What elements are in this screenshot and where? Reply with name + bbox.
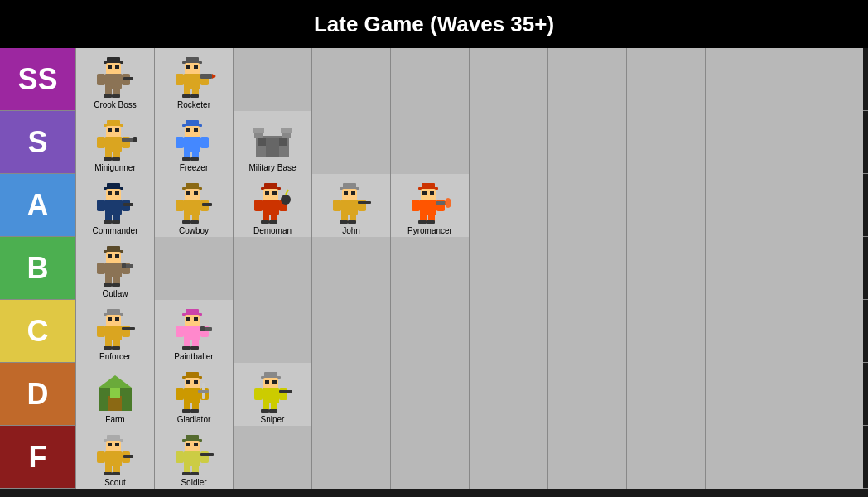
- svg-rect-212: [123, 455, 133, 458]
- svg-rect-219: [176, 451, 184, 463]
- character-name: Scout: [104, 478, 126, 487]
- svg-rect-91: [272, 191, 277, 195]
- tier-cell: [627, 426, 706, 489]
- tier-cell: [155, 237, 234, 300]
- svg-rect-206: [97, 451, 105, 463]
- svg-rect-52: [190, 157, 199, 161]
- svg-rect-177: [194, 380, 198, 384]
- svg-rect-218: [184, 451, 200, 466]
- svg-rect-184: [190, 409, 199, 413]
- page-title: Late Game (Waves 35+): [314, 12, 554, 37]
- character-figure: [92, 118, 138, 162]
- tier-cell: [391, 300, 470, 363]
- tier-cell: [312, 237, 391, 300]
- tier-label-b: B: [0, 237, 76, 299]
- tier-row-b: B Outlaw: [0, 237, 868, 300]
- tier-cell: Demoman: [234, 174, 312, 237]
- svg-rect-131: [108, 254, 112, 258]
- tier-cell: [548, 237, 627, 300]
- tier-cell: [784, 237, 863, 300]
- tier-cell: [784, 363, 863, 426]
- tier-cells-d: Farm Gladiator: [76, 363, 868, 425]
- tier-cell: Soldier: [155, 426, 234, 489]
- svg-rect-93: [254, 200, 263, 211]
- tier-cell: Scout: [76, 426, 155, 489]
- tier-cell: Rocketer: [155, 48, 234, 111]
- character-figure: [92, 370, 138, 413]
- svg-rect-79: [184, 200, 200, 215]
- tier-cell: Cowboy: [155, 174, 234, 237]
- tier-cell: [627, 111, 706, 174]
- tier-row-c: C Enforcer: [0, 300, 868, 363]
- tier-cell: [706, 174, 784, 237]
- svg-rect-199: [279, 390, 292, 393]
- character-name: Commander: [92, 226, 137, 235]
- svg-rect-118: [430, 191, 434, 195]
- tier-cell: [234, 48, 312, 111]
- svg-rect-92: [263, 200, 279, 215]
- character-figure: [249, 181, 296, 224]
- svg-rect-84: [182, 220, 190, 224]
- tier-label-f: F: [0, 426, 76, 488]
- character-figure: [171, 433, 217, 476]
- tier-cell: [470, 237, 548, 300]
- tier-cell: Military Base: [234, 111, 312, 174]
- tier-cell: [706, 237, 784, 300]
- tier-cell: Commander: [76, 174, 155, 237]
- svg-rect-72: [112, 220, 120, 224]
- svg-rect-153: [112, 346, 120, 350]
- tier-label-ss: SS: [0, 48, 76, 110]
- svg-rect-31: [115, 128, 119, 132]
- svg-rect-98: [269, 220, 277, 224]
- tier-cell: [784, 300, 863, 363]
- svg-rect-55: [279, 138, 287, 146]
- svg-rect-197: [261, 409, 269, 413]
- tier-cell: [784, 48, 863, 111]
- character-figure: [171, 118, 217, 162]
- tier-cells-f: Scout Soldier: [76, 426, 868, 488]
- svg-rect-60: [281, 128, 292, 133]
- svg-rect-134: [97, 263, 105, 274]
- tier-cell: Paintballer: [155, 300, 234, 363]
- tier-cell: [391, 48, 470, 111]
- tier-cell: [470, 426, 548, 489]
- svg-rect-138: [104, 283, 112, 287]
- svg-rect-104: [344, 191, 348, 195]
- svg-rect-66: [105, 200, 122, 215]
- tier-cell: John: [312, 174, 391, 237]
- tier-cell: [312, 111, 391, 174]
- svg-rect-159: [194, 317, 198, 321]
- tier-cell: [312, 363, 391, 426]
- character-name: Farm: [105, 415, 124, 424]
- title-bar: Late Game (Waves 35+): [0, 0, 868, 48]
- character-name: John: [342, 226, 360, 235]
- svg-rect-32: [105, 137, 122, 152]
- svg-rect-6: [97, 74, 105, 85]
- tier-cell: [234, 237, 312, 300]
- character-figure: [328, 181, 374, 224]
- character-figure: [171, 55, 217, 99]
- character-name: Enforcer: [99, 352, 131, 361]
- tier-cell: [548, 111, 627, 174]
- tier-cell: Gladiator: [155, 363, 234, 426]
- tier-cell: [312, 48, 391, 111]
- svg-rect-77: [186, 191, 190, 195]
- svg-rect-168: [200, 326, 205, 331]
- svg-marker-26: [212, 74, 216, 79]
- svg-rect-178: [184, 388, 200, 403]
- character-figure: [249, 370, 296, 413]
- character-figure: [171, 181, 217, 224]
- svg-rect-65: [115, 191, 119, 195]
- tier-cells-ss: Crook Boss Rocketer: [76, 48, 868, 110]
- svg-rect-64: [108, 191, 112, 195]
- svg-rect-10: [104, 94, 112, 98]
- tier-cell: [391, 111, 470, 174]
- tier-cell: Outlaw: [76, 237, 155, 300]
- tier-cell: [391, 237, 470, 300]
- tier-row-s: S Minigunner: [0, 111, 868, 174]
- tier-cell: [548, 300, 627, 363]
- tier-cell: [627, 237, 706, 300]
- svg-rect-165: [182, 346, 190, 350]
- tier-cell: [234, 426, 312, 489]
- svg-rect-111: [340, 220, 348, 224]
